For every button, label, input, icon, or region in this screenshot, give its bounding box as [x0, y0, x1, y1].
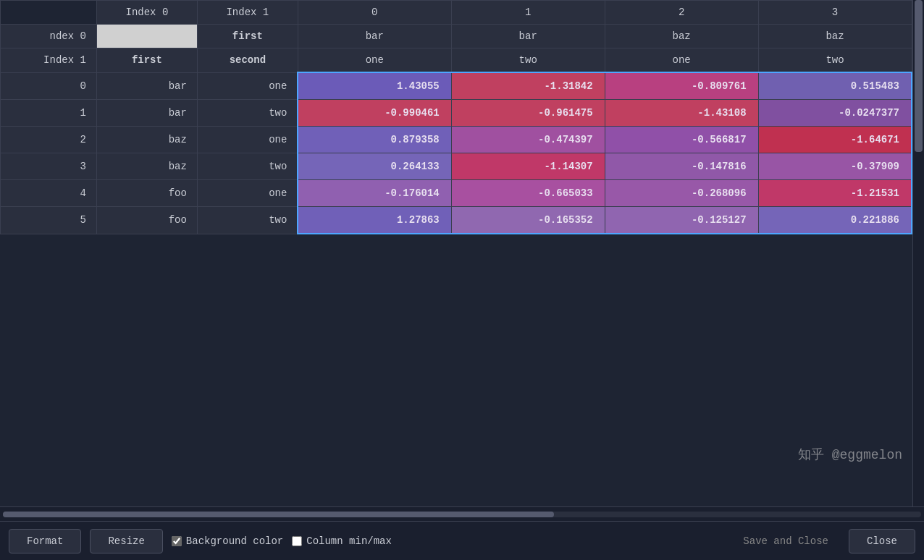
main-content: Index 0 Index 1 0 1 2 3 ndex 0 first bar… — [0, 0, 924, 506]
data-cell[interactable]: 0.515483 — [758, 72, 912, 100]
table-wrapper[interactable]: Index 0 Index 1 0 1 2 3 ndex 0 first bar… — [0, 0, 912, 506]
column-minmax-label[interactable]: Column min/max — [306, 535, 392, 547]
row2-col-3: baz — [758, 25, 912, 48]
row2-col-2: baz — [605, 25, 758, 48]
index0-cell: baz — [96, 153, 197, 180]
data-cell[interactable]: -0.809761 — [605, 72, 758, 100]
vertical-scrollbar[interactable] — [912, 0, 924, 506]
col-header-index0: Index 0 — [96, 1, 197, 25]
col-header-0: 0 — [298, 1, 451, 25]
close-button[interactable]: Close — [849, 529, 915, 553]
background-color-checkbox[interactable] — [172, 536, 182, 546]
row-index: 1 — [1, 100, 97, 127]
data-cell[interactable]: -1.64671 — [758, 127, 912, 153]
scroll-thumb[interactable] — [3, 512, 554, 517]
data-cell[interactable]: -0.268096 — [605, 180, 758, 207]
index0-cell: bar — [96, 100, 197, 127]
col-header-3: 3 — [758, 1, 912, 25]
data-cell[interactable]: -0.125127 — [605, 207, 758, 234]
row3-col-2: one — [605, 48, 758, 73]
data-cell[interactable]: 1.43055 — [298, 72, 451, 100]
data-cell[interactable]: -1.14307 — [451, 153, 605, 180]
data-cell[interactable]: -0.176014 — [298, 180, 451, 207]
index1-cell: one — [197, 180, 298, 207]
column-minmax-checkbox[interactable] — [292, 536, 302, 546]
data-cell[interactable]: -0.147816 — [605, 153, 758, 180]
col-header-2: 2 — [605, 1, 758, 25]
data-cell[interactable]: 0.879358 — [298, 127, 451, 153]
v-scroll-thumb[interactable] — [915, 0, 923, 152]
row2-col-1: bar — [451, 25, 605, 48]
background-color-group: Background color — [172, 535, 283, 547]
data-cell[interactable]: -0.665033 — [451, 180, 605, 207]
table-row: 5footwo1.27863-0.165352-0.1251270.221886 — [1, 207, 912, 234]
column-minmax-group: Column min/max — [292, 535, 392, 547]
data-cell[interactable]: -0.961475 — [451, 100, 605, 127]
background-color-label[interactable]: Background color — [186, 535, 283, 547]
row-index: 3 — [1, 153, 97, 180]
index1-cell: two — [197, 207, 298, 234]
row3-index1-val: second — [197, 48, 298, 73]
toolbar: Format Resize Background color Column mi… — [0, 521, 924, 560]
row3-col-3: two — [758, 48, 912, 73]
index0-cell: baz — [96, 127, 197, 153]
row3-idx-label: Index 1 — [1, 48, 97, 73]
row-index: 2 — [1, 127, 97, 153]
col-header-index1: Index 1 — [197, 1, 298, 25]
format-button[interactable]: Format — [9, 529, 81, 553]
data-cell[interactable]: -0.165352 — [451, 207, 605, 234]
header-row-3: Index 1 first second one two one two — [1, 48, 912, 73]
row3-col-0: one — [298, 48, 451, 73]
data-cell[interactable]: -1.43108 — [605, 100, 758, 127]
data-table: Index 0 Index 1 0 1 2 3 ndex 0 first bar… — [0, 0, 912, 234]
table-row: 1bartwo-0.990461-0.961475-1.43108-0.0247… — [1, 100, 912, 127]
save-and-close-button[interactable]: Save and Close — [731, 530, 840, 553]
horizontal-scrollbar-container[interactable] — [0, 506, 924, 521]
data-cell[interactable]: -0.37909 — [758, 153, 912, 180]
data-cell[interactable]: -0.474397 — [451, 127, 605, 153]
data-cell[interactable]: -0.990461 — [298, 100, 451, 127]
index1-cell: two — [197, 153, 298, 180]
index1-cell: one — [197, 72, 298, 100]
data-cell[interactable]: 0.221886 — [758, 207, 912, 234]
row2-idx-label: ndex 0 — [1, 25, 97, 48]
data-cell[interactable]: 1.27863 — [298, 207, 451, 234]
corner-header-empty — [1, 1, 97, 25]
row-index: 4 — [1, 180, 97, 207]
row2-index1-val: first — [197, 25, 298, 48]
data-cell[interactable]: -0.0247377 — [758, 100, 912, 127]
data-cell[interactable]: 0.264133 — [298, 153, 451, 180]
row3-index0-val: first — [96, 48, 197, 73]
row-index: 0 — [1, 72, 97, 100]
data-cell[interactable]: -1.21531 — [758, 180, 912, 207]
row2-col-0: bar — [298, 25, 451, 48]
row2-index0-val — [96, 25, 197, 48]
col-header-1: 1 — [451, 1, 605, 25]
resize-button[interactable]: Resize — [90, 529, 162, 553]
index0-cell: bar — [96, 72, 197, 100]
table-row: 3baztwo0.264133-1.14307-0.147816-0.37909 — [1, 153, 912, 180]
index1-cell: one — [197, 127, 298, 153]
index0-cell: foo — [96, 207, 197, 234]
table-row: 4fooone-0.176014-0.665033-0.268096-1.215… — [1, 180, 912, 207]
index0-cell: foo — [96, 180, 197, 207]
scroll-track[interactable] — [3, 512, 921, 517]
index1-cell: two — [197, 100, 298, 127]
data-cell[interactable]: -1.31842 — [451, 72, 605, 100]
table-body: 0barone1.43055-1.31842-0.8097610.5154831… — [1, 72, 912, 234]
data-cell[interactable]: -0.566817 — [605, 127, 758, 153]
row3-col-1: two — [451, 48, 605, 73]
row-index: 5 — [1, 207, 97, 234]
table-row: 2bazone0.879358-0.474397-0.566817-1.6467… — [1, 127, 912, 153]
header-row-2: ndex 0 first bar bar baz baz — [1, 25, 912, 48]
table-row: 0barone1.43055-1.31842-0.8097610.515483 — [1, 72, 912, 100]
header-row-1: Index 0 Index 1 0 1 2 3 — [1, 1, 912, 25]
